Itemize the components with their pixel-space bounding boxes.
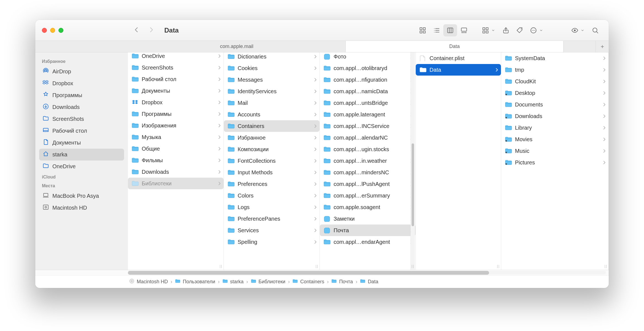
forward-button[interactable] [148,26,155,34]
new-tab-button[interactable] [595,41,609,52]
path-bar[interactable]: Macintosh HD›Пользователи›starka›Библиот… [35,276,609,288]
file-row[interactable]: Music› [501,145,608,157]
path-segment[interactable]: Containers [293,279,324,285]
file-row[interactable]: Общие› [128,143,224,154]
sidebar-item-downloads[interactable]: Downloads [39,101,124,113]
file-row[interactable]: Почта› [320,225,415,236]
file-row[interactable]: Mail› [224,97,320,109]
tab-1[interactable]: Data [346,41,564,52]
sidebar-item-документы[interactable]: Документы [39,137,124,149]
file-row[interactable]: SystemData› [501,52,608,64]
tab-0[interactable]: com.apple.mail [128,41,346,52]
sidebar-item-macbook pro asya[interactable]: MacBook Pro Asya [39,190,124,202]
column-resize-handle[interactable]: || [497,264,500,268]
file-row[interactable]: Cookies› [224,62,320,74]
file-row[interactable]: IdentityServices› [224,86,320,97]
file-row[interactable]: com.appl…mindersNC› [320,167,415,178]
file-row[interactable]: com.appl…untsBridge› [320,97,415,109]
sidebar-item-screenshots[interactable]: ScreenShots [39,113,124,125]
column-resize-handle[interactable]: || [412,264,414,268]
file-row[interactable]: tmp› [501,64,608,76]
file-row[interactable]: Documents› [501,99,608,110]
file-row[interactable]: PreferencePanes› [224,213,320,225]
file-row[interactable]: Accounts› [224,109,320,120]
file-row[interactable]: Музыка› [128,131,224,143]
minimize-window-button[interactable] [50,28,55,33]
file-row[interactable]: Dictionaries› [224,52,320,62]
file-row[interactable]: Logs› [224,201,320,213]
file-row[interactable]: Фильмы› [128,154,224,166]
path-segment[interactable]: Macintosh HD [129,278,168,285]
file-row[interactable]: Программы› [128,108,224,120]
file-row[interactable]: Spelling› [224,236,320,248]
file-row[interactable]: Документы› [128,85,224,97]
path-segment[interactable]: Почта [331,279,353,285]
column-resize-handle[interactable]: || [605,264,607,268]
column-resize-handle[interactable]: || [220,264,222,268]
file-row[interactable]: com.appl…INCService› [320,120,415,132]
sidebar-item-airdrop[interactable]: AirDrop [39,66,124,78]
file-row[interactable]: com.appl…in.weather› [320,155,415,167]
file-row[interactable]: com.appl…alendarNC› [320,132,415,143]
file-row[interactable]: Preferences› [224,178,320,190]
sidebar-item-рабочий стол[interactable]: Рабочий стол [39,125,124,137]
file-row[interactable]: Services› [224,225,320,236]
view-gallery-button[interactable] [457,24,471,36]
file-row[interactable]: com.apple.soagent› [320,201,415,213]
column-resize-handle[interactable]: || [316,264,318,268]
file-row[interactable]: com.appl…erSummary› [320,190,415,201]
file-row[interactable]: Input Methods› [224,167,320,178]
file-row[interactable]: Фото› [320,52,415,62]
file-row[interactable]: ScreenShots› [128,62,224,73]
file-row[interactable]: Colors› [224,190,320,201]
file-row[interactable]: com.appl…namicData› [320,86,415,97]
close-window-button[interactable] [42,28,47,33]
sidebar-item-dropbox[interactable]: Dropbox [39,78,124,89]
share-button[interactable] [499,24,513,36]
search-button[interactable] [588,24,602,36]
file-row[interactable]: FontCollections› [224,155,320,167]
file-row[interactable]: Pictures› [501,157,608,168]
file-row[interactable]: Dropbox› [128,97,224,108]
file-row[interactable]: Container.plist [416,52,501,64]
group-by-button[interactable] [479,24,492,36]
tags-button[interactable] [513,24,527,36]
file-row[interactable]: Downloads› [128,166,224,178]
file-row[interactable]: Data› [416,64,501,76]
sidebar-item-onedrive[interactable]: OneDrive [39,161,124,172]
file-row[interactable]: com.apple.lateragent› [320,109,415,120]
back-button[interactable] [133,26,140,34]
view-columns-button[interactable] [443,24,457,36]
path-segment[interactable]: Data [360,279,378,285]
view-icons-button[interactable] [416,24,430,36]
path-segment[interactable]: starka [222,279,244,285]
file-row[interactable]: com.appl…endarAgent› [320,236,415,248]
fullscreen-window-button[interactable] [58,28,63,33]
path-segment[interactable]: Пользователи [175,279,215,285]
path-segment[interactable]: Библиотеки [251,279,286,285]
sidebar-item-starka[interactable]: starka [39,149,124,161]
file-row[interactable]: Messages› [224,74,320,86]
quicklook-button[interactable] [568,24,582,36]
file-row[interactable]: Desktop› [501,87,608,99]
file-row[interactable]: com.appl…otolibraryd› [320,62,415,74]
file-row[interactable]: Containers› [224,120,320,132]
file-row[interactable]: Избранное› [224,132,320,143]
vertical-scrollbar[interactable] [410,52,415,270]
file-row[interactable]: Library› [501,122,608,134]
file-row[interactable]: OneDrive› [128,52,224,62]
file-row[interactable]: Библиотеки› [128,178,224,189]
view-list-button[interactable] [430,24,443,36]
file-row[interactable]: com.appl…ugin.stocks› [320,143,415,155]
file-row[interactable]: Композиции› [224,143,320,155]
sidebar-item-программы[interactable]: Программы [39,89,124,101]
file-row[interactable]: CloudKit› [501,76,608,87]
horizontal-scrollbar[interactable] [35,270,609,276]
sidebar-item-macintosh hd[interactable]: Macintosh HD [39,202,124,214]
file-row[interactable]: com.appl…nfiguration› [320,74,415,86]
file-row[interactable]: Рабочий стол› [128,73,224,85]
file-row[interactable]: Заметки› [320,213,415,225]
file-row[interactable]: Downloads› [501,110,608,122]
file-row[interactable]: com.appl…lPushAgent› [320,178,415,190]
actions-button[interactable] [527,24,540,36]
